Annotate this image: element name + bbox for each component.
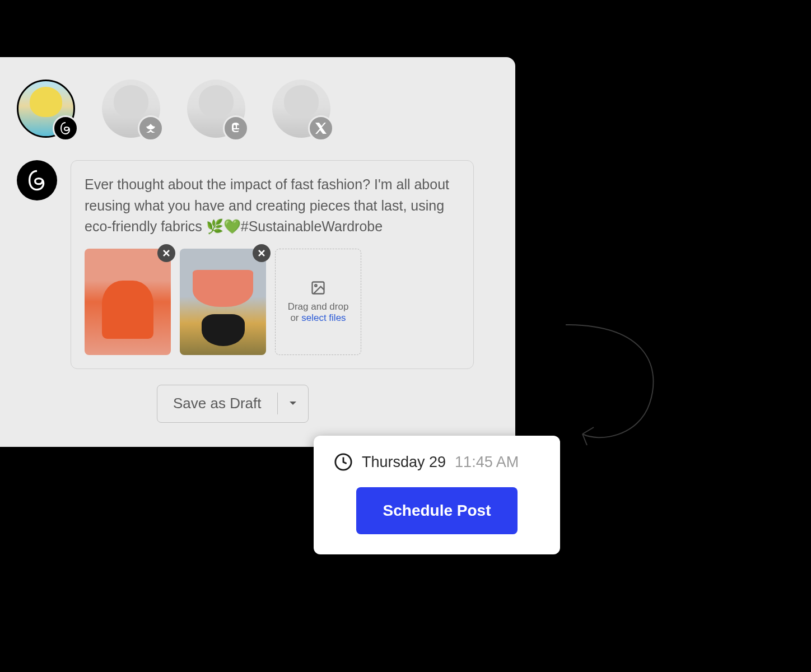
compose-panel: Ever thought about the impact of fast fa…: [0, 57, 515, 447]
remove-attachment-button[interactable]: [157, 244, 175, 262]
mastodon-icon: [223, 115, 249, 141]
schedule-datetime[interactable]: Thursday 29 11:45 AM: [334, 452, 540, 472]
threads-icon: [53, 115, 78, 141]
account-selector-row: [17, 80, 498, 138]
save-draft-dropdown[interactable]: [278, 385, 308, 422]
clock-icon: [334, 452, 353, 472]
account-mastodon[interactable]: [187, 80, 245, 138]
save-draft-label: Save as Draft: [157, 385, 277, 422]
close-icon: [258, 249, 265, 257]
post-text[interactable]: Ever thought about the impact of fast fa…: [85, 174, 460, 237]
dropzone-text: Drag and drop or select files: [288, 301, 349, 324]
bluesky-icon: [138, 115, 164, 141]
schedule-post-button[interactable]: Schedule Post: [356, 487, 518, 534]
save-draft-button[interactable]: Save as Draft: [157, 385, 309, 423]
select-files-link[interactable]: select files: [301, 312, 346, 323]
attachment-thumb[interactable]: [85, 249, 171, 355]
account-x[interactable]: [272, 80, 330, 138]
image-icon: [310, 280, 326, 296]
svg-point-1: [315, 284, 317, 287]
arrow-decoration: [549, 314, 672, 470]
x-icon: [308, 115, 334, 141]
attachments: Drag and drop or select files: [85, 249, 460, 355]
account-threads[interactable]: [17, 80, 75, 138]
attachment-image: [85, 249, 171, 355]
account-bluesky[interactable]: [102, 80, 160, 138]
close-icon: [162, 249, 170, 257]
file-dropzone[interactable]: Drag and drop or select files: [275, 249, 361, 355]
attachment-thumb[interactable]: [180, 249, 266, 355]
chevron-down-icon: [289, 401, 297, 407]
compose-box: Ever thought about the impact of fast fa…: [71, 160, 474, 369]
schedule-date: Thursday 29: [362, 454, 446, 471]
schedule-card: Thursday 29 11:45 AM Schedule Post: [314, 436, 560, 554]
attachment-image: [180, 249, 266, 355]
compose-row: Ever thought about the impact of fast fa…: [17, 160, 498, 369]
schedule-time: 11:45 AM: [455, 454, 519, 471]
threads-icon: [17, 160, 57, 200]
remove-attachment-button[interactable]: [253, 244, 271, 262]
actions-row: Save as Draft: [157, 385, 498, 423]
